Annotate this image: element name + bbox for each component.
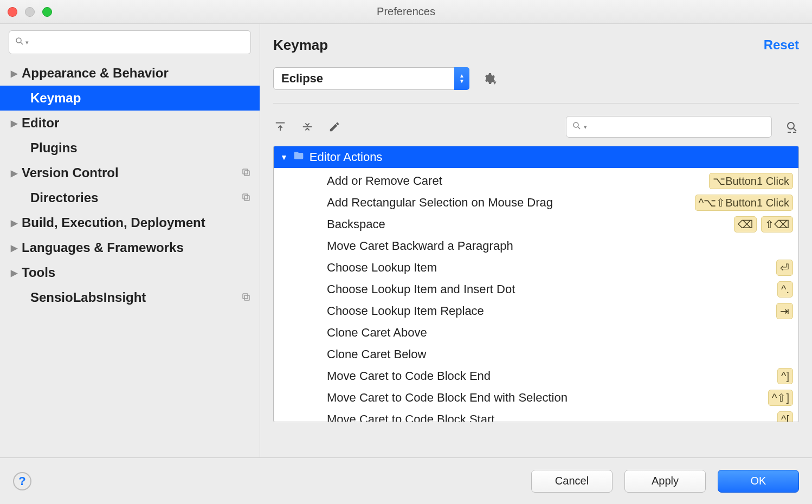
window-close-button[interactable] (8, 7, 17, 17)
action-label: Move Caret to Code Block End (327, 369, 777, 383)
shortcut-badges: ⏎ (776, 260, 793, 276)
svg-rect-6 (244, 295, 249, 300)
action-group-label: Editor Actions (310, 150, 383, 164)
sidebar-item-label: Editor (22, 115, 251, 131)
shortcut-badges: ⌫⇧⌫ (734, 216, 793, 232)
search-options-chevron-icon[interactable]: ▾ (584, 124, 587, 131)
disclosure-triangle-icon[interactable]: ▶ (11, 218, 22, 228)
svg-rect-4 (244, 196, 249, 201)
action-row[interactable]: Move Caret to Code Block Start^[ (279, 409, 793, 422)
window-zoom-button[interactable] (42, 7, 52, 17)
action-label: Clone Caret Below (327, 347, 793, 361)
action-search-input[interactable] (589, 120, 766, 134)
sidebar-item[interactable]: ▶Appearance & Behavior (0, 61, 260, 86)
sidebar-search[interactable]: ▾ (9, 30, 251, 54)
action-row[interactable]: Move Caret to Code Block End with Select… (279, 387, 793, 409)
shortcut-badges: ⌥Button1 Click (709, 173, 793, 189)
titlebar: Preferences (0, 0, 812, 24)
search-icon (572, 120, 582, 134)
disclosure-triangle-icon[interactable]: ▶ (11, 243, 22, 253)
shortcut-badges: ⇥ (776, 303, 793, 319)
sidebar-item-label: Build, Execution, Deployment (22, 215, 251, 230)
sidebar-item-label: Directories (30, 190, 241, 205)
help-button[interactable]: ? (13, 472, 31, 490)
action-row[interactable]: Choose Lookup Item Replace⇥ (279, 300, 793, 322)
action-tree[interactable]: ▼ Editor Actions Add or Remove Caret⌥But… (273, 146, 799, 422)
shortcut-badge: ^⌥⇧Button1 Click (695, 195, 793, 211)
disclosure-triangle-icon[interactable]: ▶ (11, 268, 22, 278)
sidebar-item[interactable]: ▶Version Control (0, 160, 260, 185)
action-row[interactable]: Move Caret Backward a Paragraph (279, 235, 793, 257)
search-options-chevron-icon[interactable]: ▾ (25, 39, 29, 46)
svg-rect-5 (243, 194, 248, 199)
find-by-shortcut-icon[interactable] (785, 120, 799, 134)
project-scheme-icon (241, 165, 251, 180)
svg-point-13 (788, 122, 794, 129)
svg-rect-3 (243, 169, 248, 174)
sidebar-item-label: Languages & Frameworks (22, 240, 251, 255)
sidebar-item[interactable]: ▶Build, Execution, Deployment (0, 210, 260, 235)
sidebar-item[interactable]: ▶SensioLabsInsight (0, 285, 260, 310)
sidebar-item-label: Tools (22, 265, 251, 280)
gear-icon[interactable]: ▾ (482, 72, 497, 86)
disclosure-triangle-icon[interactable]: ▶ (11, 68, 22, 79)
shortcut-badges: ^] (777, 368, 793, 384)
shortcut-badge: ^⇧] (768, 390, 793, 406)
apply-button[interactable]: Apply (624, 470, 706, 493)
keymap-select[interactable]: Eclipse ▲▼ (273, 67, 469, 90)
sidebar-search-input[interactable] (31, 36, 245, 49)
collapse-all-icon[interactable] (300, 120, 314, 134)
shortcut-badge: ⇧⌫ (761, 216, 793, 232)
sidebar-item[interactable]: ▶Languages & Frameworks (0, 235, 260, 260)
action-row[interactable]: Move Caret to Code Block End^] (279, 365, 793, 387)
search-icon (15, 35, 24, 49)
ok-button[interactable]: OK (718, 470, 799, 493)
action-row[interactable]: Add Rectangular Selection on Mouse Drag^… (279, 192, 793, 214)
action-row[interactable]: Backspace⌫⇧⌫ (279, 214, 793, 235)
divider (273, 103, 799, 104)
action-label: Backspace (327, 217, 734, 231)
preferences-sidebar: ▾ ▶Appearance & Behavior▶Keymap▶Editor▶P… (0, 24, 260, 457)
sidebar-item[interactable]: ▶Plugins (0, 135, 260, 160)
action-group-header[interactable]: ▼ Editor Actions (274, 146, 798, 168)
svg-line-14 (794, 128, 796, 131)
action-row[interactable]: Clone Caret Above (279, 322, 793, 344)
sidebar-item[interactable]: ▶Keymap (0, 86, 260, 111)
reset-link[interactable]: Reset (764, 37, 799, 53)
action-label: Choose Lookup Item Replace (327, 304, 776, 318)
action-row[interactable]: Clone Caret Below (279, 344, 793, 365)
select-arrows-icon: ▲▼ (454, 67, 469, 90)
action-row[interactable]: Choose Lookup Item⏎ (279, 257, 793, 279)
window-minimize-button[interactable] (25, 7, 35, 17)
svg-line-1 (21, 42, 23, 44)
sidebar-item-label: Appearance & Behavior (22, 66, 251, 81)
disclosure-triangle-icon[interactable]: ▶ (11, 118, 22, 128)
folder-icon (293, 150, 304, 164)
action-row[interactable]: Choose Lookup Item and Insert Dot^. (279, 279, 793, 300)
shortcut-badges: ^[ (777, 411, 793, 422)
action-search[interactable]: ▾ (566, 116, 772, 138)
page-title: Keymap (273, 37, 328, 54)
action-label: Add or Remove Caret (327, 174, 709, 188)
action-label: Move Caret to Code Block End with Select… (327, 391, 768, 405)
sidebar-item-label: Version Control (22, 165, 241, 180)
svg-rect-2 (244, 171, 249, 176)
shortcut-badge: ⇥ (776, 303, 793, 319)
window-title: Preferences (0, 5, 812, 18)
edit-icon[interactable] (327, 120, 341, 134)
cancel-button[interactable]: Cancel (531, 470, 613, 493)
sidebar-item[interactable]: ▶Directories (0, 185, 260, 210)
disclosure-triangle-icon[interactable]: ▶ (11, 168, 22, 178)
action-label: Choose Lookup Item and Insert Dot (327, 282, 777, 296)
sidebar-item[interactable]: ▶Tools (0, 260, 260, 285)
sidebar-item[interactable]: ▶Editor (0, 111, 260, 135)
expand-all-icon[interactable] (273, 120, 287, 134)
keymap-select-value: Eclipse (281, 72, 323, 86)
dialog-buttonbar: ? Cancel Apply OK (0, 457, 812, 504)
project-scheme-icon (241, 190, 251, 205)
action-label: Add Rectangular Selection on Mouse Drag (327, 196, 695, 210)
svg-point-0 (16, 38, 21, 43)
preferences-tree[interactable]: ▶Appearance & Behavior▶Keymap▶Editor▶Plu… (0, 57, 260, 457)
svg-point-11 (573, 122, 578, 127)
action-row[interactable]: Add or Remove Caret⌥Button1 Click (279, 170, 793, 192)
